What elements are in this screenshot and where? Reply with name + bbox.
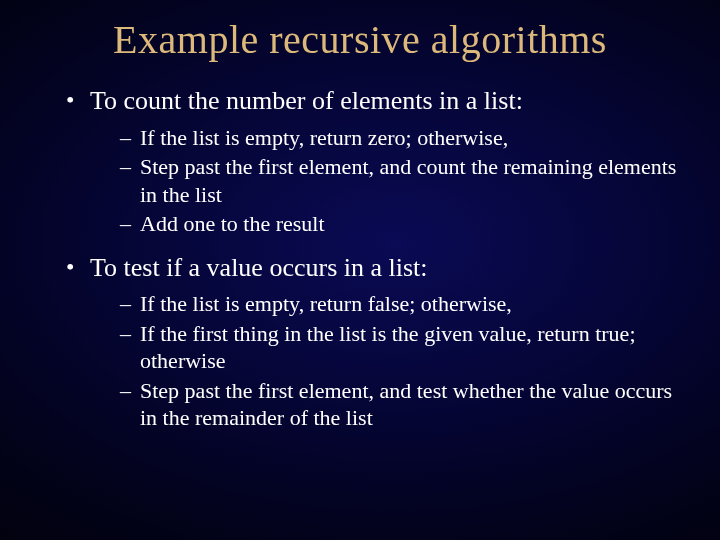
list-item: Step past the first element, and test wh…: [120, 377, 690, 432]
list-item-text: Add one to the result: [140, 211, 325, 236]
list-item-text: To test if a value occurs in a list:: [90, 253, 428, 282]
list-item-text: Step past the first element, and test wh…: [140, 378, 672, 431]
list-item: To count the number of elements in a lis…: [66, 85, 690, 238]
list-item-text: If the list is empty, return false; othe…: [140, 291, 512, 316]
list-item-text: If the list is empty, return zero; other…: [140, 125, 508, 150]
slide: Example recursive algorithms To count th…: [0, 0, 720, 540]
list-item: If the first thing in the list is the gi…: [120, 320, 690, 375]
slide-title: Example recursive algorithms: [0, 0, 720, 63]
list-item: To test if a value occurs in a list: If …: [66, 252, 690, 432]
list-item: If the list is empty, return false; othe…: [120, 290, 690, 318]
sub-bullet-list: If the list is empty, return zero; other…: [90, 124, 690, 238]
list-item-text: Step past the first element, and count t…: [140, 154, 676, 207]
bullet-list: To count the number of elements in a lis…: [30, 85, 690, 432]
list-item: Step past the first element, and count t…: [120, 153, 690, 208]
list-item: If the list is empty, return zero; other…: [120, 124, 690, 152]
list-item-text: To count the number of elements in a lis…: [90, 86, 523, 115]
sub-bullet-list: If the list is empty, return false; othe…: [90, 290, 690, 432]
list-item-text: If the first thing in the list is the gi…: [140, 321, 636, 374]
list-item: Add one to the result: [120, 210, 690, 238]
slide-body: To count the number of elements in a lis…: [0, 85, 720, 432]
